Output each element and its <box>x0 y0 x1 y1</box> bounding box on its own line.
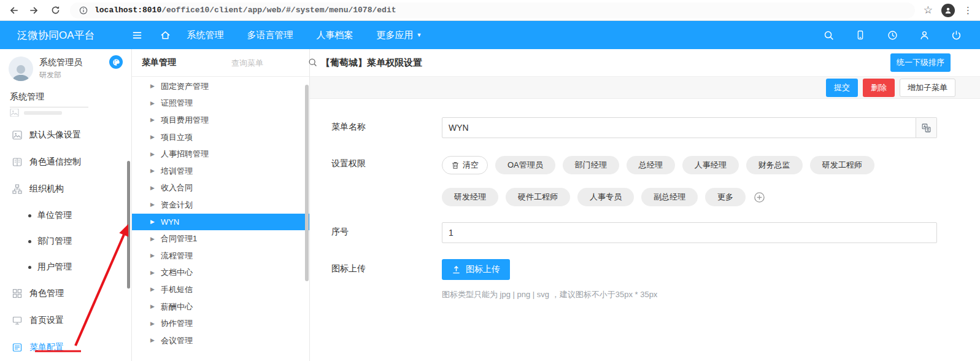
role-pill[interactable]: 部门经理 <box>563 156 619 174</box>
home-icon[interactable] <box>159 28 172 42</box>
menu-name-input[interactable] <box>442 117 916 138</box>
tree-item[interactable]: ▶资金计划 <box>132 196 309 214</box>
tree-item[interactable]: ▶薪酬中心 <box>132 298 309 316</box>
caret-right-icon[interactable]: ▶ <box>150 253 155 258</box>
top-nav-items: 系统管理 多语言管理 人事档案 更多应用▼ <box>187 29 422 41</box>
caret-right-icon[interactable]: ▶ <box>150 287 155 292</box>
bookmark-star-icon[interactable]: ☆ <box>924 4 933 17</box>
sidebar-item-user-management[interactable]: 用户管理 <box>0 254 131 280</box>
role-pill[interactable]: 总经理 <box>627 156 675 174</box>
caret-right-icon[interactable]: ▶ <box>150 83 155 89</box>
unified-sort-button[interactable]: 统一下级排序 <box>890 53 951 72</box>
forward-icon[interactable] <box>28 4 41 17</box>
nav-item-multilang[interactable]: 多语言管理 <box>247 29 293 41</box>
tree-item-selected[interactable]: ▶WYN <box>132 214 309 231</box>
search-icon[interactable] <box>307 57 318 68</box>
power-icon[interactable] <box>949 28 963 42</box>
role-pill[interactable]: 副总经理 <box>641 188 698 206</box>
nav-item-more-apps[interactable]: 更多应用▼ <box>377 29 422 41</box>
sidebar-item-menu-config[interactable]: 菜单配置 <box>0 334 131 361</box>
tree-item[interactable]: ▶手机短信 <box>132 281 309 298</box>
url-text: localhost:8010/eoffice10/client/app/web/… <box>95 6 396 15</box>
menu-panel-scrollbar[interactable] <box>305 85 309 281</box>
add-role-icon[interactable] <box>753 191 765 203</box>
device-icon[interactable] <box>854 28 867 42</box>
refresh-icon[interactable] <box>49 4 61 17</box>
search-icon[interactable] <box>822 28 835 42</box>
hamburger-menu-icon[interactable] <box>131 28 144 42</box>
tree-item[interactable]: ▶流程管理 <box>132 247 309 265</box>
more-roles-pill[interactable]: 更多 <box>705 188 746 206</box>
user-icon[interactable] <box>917 28 931 42</box>
browser-menu-icon[interactable]: ⋮ <box>963 5 973 16</box>
add-submenu-button[interactable]: 增加子菜单 <box>900 79 955 97</box>
tree-item[interactable]: ▶项目立项 <box>132 129 309 146</box>
clear-roles-button[interactable]: 清空 <box>442 156 488 174</box>
nav-item-system[interactable]: 系统管理 <box>187 29 224 41</box>
sidebar-item-unit-management[interactable]: 单位管理 <box>0 203 131 228</box>
role-pill[interactable]: 财务总监 <box>746 156 803 174</box>
sidebar-item-homepage-settings[interactable]: 首页设置 <box>0 307 131 334</box>
caret-right-icon[interactable]: ▶ <box>150 152 155 157</box>
tree-item[interactable]: ▶协作管理 <box>132 315 309 332</box>
tree-item[interactable]: ▶文档中心 <box>132 265 309 282</box>
caret-right-icon[interactable]: ▶ <box>150 101 155 106</box>
caret-right-icon[interactable]: ▶ <box>150 202 155 208</box>
tree-item[interactable]: ▶会议管理 <box>132 332 309 349</box>
address-bar[interactable]: localhost:8010/eoffice10/client/app/web/… <box>70 2 915 18</box>
delete-button[interactable]: 删除 <box>863 79 895 97</box>
nav-item-label: 系统管理 <box>187 29 224 41</box>
role-pill[interactable]: 人事经理 <box>682 156 739 174</box>
sidebar-item-organization[interactable]: 组织机构 <box>0 176 131 203</box>
caret-right-icon[interactable]: ▶ <box>150 338 155 343</box>
caret-right-icon[interactable]: ▶ <box>150 185 155 191</box>
menu-search-input[interactable] <box>193 58 301 68</box>
caret-right-icon[interactable]: ▶ <box>150 304 155 309</box>
caret-right-icon[interactable]: ▶ <box>150 134 155 140</box>
tree-item-label: 薪酬中心 <box>161 301 193 312</box>
sidebar-item-label: 用户管理 <box>37 262 72 273</box>
form-row-permissions: 设置权限 清空 OA管理员 部门经理 总经理 人事经理 财务总监 <box>331 154 937 206</box>
back-icon[interactable] <box>7 4 20 17</box>
role-pill[interactable]: 硬件工程师 <box>506 188 570 206</box>
sidebar-item-department-management[interactable]: 部门管理 <box>0 228 131 254</box>
caret-right-icon[interactable]: ▶ <box>150 236 155 242</box>
sidebar-item-label: 角色管理 <box>29 288 64 299</box>
role-pill[interactable]: 研发工程师 <box>810 156 874 174</box>
role-pill[interactable]: 人事专员 <box>577 188 634 206</box>
tree-item[interactable]: ▶证照管理 <box>132 95 309 112</box>
role-pill[interactable]: 研发经理 <box>442 188 498 206</box>
tree-item[interactable]: ▶培训管理 <box>132 163 309 180</box>
order-input[interactable] <box>442 222 937 243</box>
caret-right-icon[interactable]: ▶ <box>150 117 155 123</box>
icon-upload-button[interactable]: 图标上传 <box>442 259 510 280</box>
sidebar-item-role-management[interactable]: 角色管理 <box>0 280 131 307</box>
action-toolbar: 提交 删除 增加子菜单 <box>310 77 980 99</box>
clock-icon[interactable] <box>885 28 899 42</box>
book-icon <box>12 157 22 167</box>
tree-item[interactable]: ▶合同管理1 <box>132 230 309 247</box>
browser-profile-icon[interactable] <box>941 4 955 17</box>
submit-button[interactable]: 提交 <box>826 79 858 97</box>
theme-palette-icon[interactable] <box>109 55 123 69</box>
tree-item[interactable]: ▶固定资产管理 <box>132 78 309 95</box>
tree-item[interactable]: ▶项目费用管理 <box>132 112 309 129</box>
picture-icon <box>12 130 22 140</box>
multilingual-icon[interactable] <box>916 117 937 138</box>
nav-item-hr[interactable]: 人事档案 <box>317 29 353 41</box>
caret-right-icon[interactable]: ▶ <box>150 168 155 174</box>
caret-right-icon[interactable]: ▶ <box>150 321 155 327</box>
tree-item[interactable]: ▶人事招聘管理 <box>132 146 309 163</box>
menu-tree-panel: 菜单管理 ▶固定资产管理 ▶证照管理 ▶项目费用管理 ▶项目立项 ▶人事招聘管理… <box>132 49 310 361</box>
tree-item[interactable]: ▶收入合同 <box>132 180 309 197</box>
sidebar-item-role-communication[interactable]: 角色通信控制 <box>0 149 131 176</box>
role-pill[interactable]: OA管理员 <box>495 156 555 174</box>
avatar[interactable] <box>9 56 33 81</box>
caret-right-icon[interactable]: ▶ <box>150 219 155 225</box>
sidebar-item-default-avatar[interactable]: 默认头像设置 <box>0 122 131 149</box>
info-icon[interactable] <box>77 4 90 17</box>
tree-item-label: 协作管理 <box>161 318 193 329</box>
caret-right-icon[interactable]: ▶ <box>150 270 155 276</box>
sidebar-scrollbar[interactable] <box>127 161 130 289</box>
chevron-down-icon: ▼ <box>417 32 422 38</box>
